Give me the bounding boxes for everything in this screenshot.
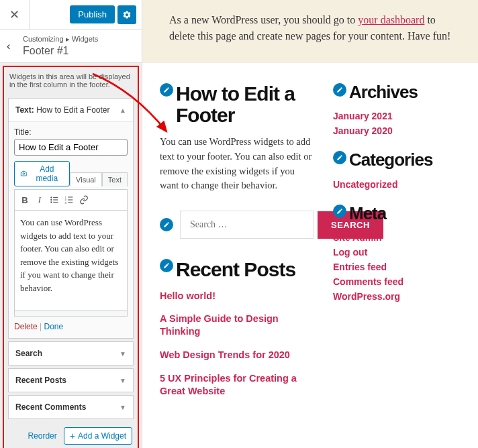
edit-shortcut-text-widget[interactable] [160, 83, 173, 97]
widget-text-open: Text: How to Edit a Footer ▲ Title: Add … [8, 98, 134, 339]
category-link[interactable]: Uncategorized [333, 179, 461, 190]
dashboard-link[interactable]: your dashboard [358, 14, 424, 25]
reorder-link[interactable]: Reorder [28, 431, 56, 441]
archives-title: Archives [349, 83, 418, 101]
link-button[interactable] [77, 192, 91, 207]
recent-posts-title: Recent Posts [176, 259, 295, 280]
svg-point-0 [23, 173, 25, 175]
svg-point-5 [50, 201, 52, 203]
widget-title-input[interactable] [14, 139, 128, 156]
editor-toolbar: B I 123 [14, 189, 128, 211]
meta-link[interactable]: Entries feed [333, 262, 461, 272]
tab-visual[interactable]: Visual [70, 172, 102, 186]
add-media-button[interactable]: Add media [14, 161, 70, 186]
edit-shortcut-archives[interactable] [333, 83, 346, 97]
pencil-icon [336, 87, 343, 93]
archive-link[interactable]: January 2021 [333, 111, 461, 121]
svg-rect-8 [68, 197, 73, 197]
edit-shortcut-meta[interactable] [333, 205, 346, 218]
editor-resize-handle[interactable] [14, 311, 128, 317]
categories-title: Categories [349, 151, 432, 169]
svg-rect-4 [53, 199, 58, 200]
svg-rect-6 [53, 202, 58, 203]
widget-recent-posts[interactable]: Recent Posts▼ [8, 368, 134, 392]
numbered-list-button[interactable]: 123 [62, 192, 77, 207]
back-button[interactable]: ‹ [7, 40, 23, 52]
post-link[interactable]: A Simple Guide to Design Thinking [160, 313, 314, 338]
pencil-icon [163, 87, 170, 93]
footer-widget-title: How to Edit a Footer [176, 83, 314, 125]
footer-widget-text: You can use WordPress widgets to add tex… [160, 135, 314, 193]
sidebar-header: ‹ Customizing ▸ Widgets Footer #1 [0, 30, 142, 63]
gear-icon [122, 10, 132, 19]
media-icon [20, 170, 28, 178]
archive-link[interactable]: January 2020 [333, 125, 461, 136]
widget-header[interactable]: Text: How to Edit a Footer ▲ [9, 99, 133, 121]
svg-point-1 [50, 197, 52, 198]
post-link[interactable]: 5 UX Principles for Creating a Great Web… [160, 372, 314, 398]
svg-point-3 [50, 199, 52, 201]
chevron-down-icon: ▼ [120, 377, 126, 384]
widget-search[interactable]: Search▼ [8, 341, 134, 366]
panel-description: Widgets in this area will be displayed i… [4, 67, 138, 95]
panel-title: Footer #1 [23, 45, 135, 57]
pencil-icon [163, 221, 170, 228]
publish-settings-button[interactable] [117, 5, 136, 24]
edit-shortcut-search[interactable] [160, 218, 173, 231]
chevron-down-icon: ▼ [120, 404, 126, 411]
italic-button[interactable]: I [32, 192, 47, 207]
bullet-list-button[interactable] [47, 192, 62, 207]
customizer-sidebar: ✕ Publish ‹ Customizing ▸ Widgets Footer… [0, 0, 142, 448]
tab-text[interactable]: Text [102, 172, 128, 186]
svg-rect-12 [68, 203, 73, 203]
title-label: Title: [14, 127, 128, 137]
svg-rect-2 [53, 197, 58, 198]
meta-link[interactable]: WordPress.org [333, 291, 461, 302]
live-preview: As a new WordPress user, you should go t… [142, 0, 478, 448]
widget-recent-comments[interactable]: Recent Comments▼ [8, 395, 134, 419]
close-button[interactable]: ✕ [0, 0, 30, 30]
add-widget-button[interactable]: + Add a Widget [64, 427, 132, 445]
widget-done-link[interactable]: Done [44, 322, 63, 331]
publish-button[interactable]: Publish [70, 5, 115, 23]
widget-delete-link[interactable]: Delete [14, 322, 38, 331]
sidebar-topbar: ✕ Publish [0, 0, 142, 30]
pencil-icon [163, 262, 170, 269]
pencil-icon [336, 208, 343, 215]
meta-title: Meta [349, 205, 386, 223]
annotation-highlight-box: Widgets in this area will be displayed i… [3, 66, 139, 448]
svg-text:3: 3 [65, 201, 67, 205]
edit-shortcut-recent-posts[interactable] [160, 259, 173, 272]
welcome-notice: As a new WordPress user, you should go t… [142, 0, 478, 63]
bold-button[interactable]: B [17, 192, 32, 207]
meta-link[interactable]: Log out [333, 247, 461, 258]
edit-shortcut-categories[interactable] [333, 151, 346, 164]
meta-link[interactable]: Comments feed [333, 276, 461, 287]
post-link[interactable]: Hello world! [160, 290, 314, 302]
editor-content[interactable]: You can use WordPress widgets to add tex… [14, 211, 128, 311]
chevron-down-icon: ▼ [120, 350, 126, 357]
meta-link[interactable]: Site Admin [333, 232, 461, 243]
svg-rect-10 [68, 199, 73, 200]
breadcrumb: Customizing ▸ Widgets [23, 35, 135, 44]
post-link[interactable]: Web Design Trends for 2020 [160, 349, 314, 361]
search-input[interactable] [180, 211, 314, 239]
pencil-icon [336, 154, 343, 161]
chevron-up-icon: ▲ [120, 107, 126, 114]
